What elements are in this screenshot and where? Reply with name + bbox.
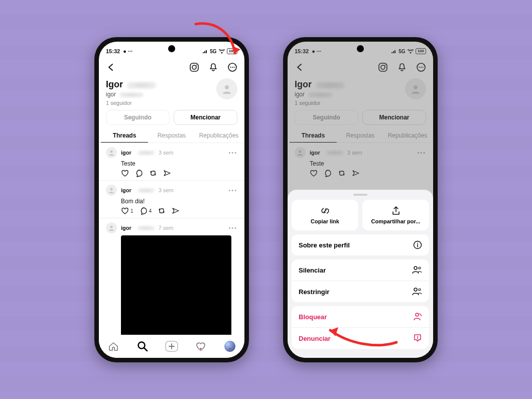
post-avatar[interactable] [106, 222, 117, 233]
block-row[interactable]: Bloquear [292, 306, 429, 327]
post[interactable]: igor 3 sem ••• Bom dia! 1 4 [99, 180, 244, 218]
tab-replies[interactable]: Respostas [148, 128, 195, 143]
redacted-name [127, 82, 156, 89]
more-options-button[interactable] [225, 60, 239, 74]
profile-header: Igor igor 1 seguidor [99, 77, 244, 110]
nav-profile-avatar [224, 341, 235, 352]
user-restrict-icon [412, 287, 422, 296]
action-sheet: Copiar link Compartilhar por... Sobre es… [288, 190, 433, 358]
like-count: 1 [130, 208, 134, 214]
report-label: Denunciar [299, 335, 331, 342]
nav-search[interactable] [136, 339, 150, 353]
user-block-icon [413, 312, 422, 321]
tab-threads[interactable]: Threads [101, 128, 148, 143]
svg-point-25 [419, 267, 421, 269]
phone-right: 15:32 ● ··· 5G 100 [283, 37, 438, 362]
post-avatar[interactable] [106, 147, 117, 158]
post[interactable]: igor 7 sem ••• [99, 218, 244, 343]
profile-badge-dot [229, 348, 231, 349]
info-icon [413, 240, 422, 249]
share-button[interactable] [163, 169, 171, 177]
share-via-label: Compartilhar por... [371, 218, 421, 224]
nav-profile[interactable] [223, 339, 237, 353]
post-user[interactable]: igor [121, 187, 131, 193]
back-button[interactable] [104, 60, 118, 74]
svg-point-6 [233, 67, 234, 68]
post-more-icon[interactable]: ••• [228, 187, 237, 193]
bell-icon[interactable] [206, 60, 220, 74]
feed: igor 3 sem ••• Teste [99, 143, 244, 343]
nav-home[interactable] [106, 339, 120, 353]
like-button[interactable] [121, 169, 129, 177]
post-age: 3 sem [159, 187, 174, 193]
signal-icon [203, 49, 208, 53]
mute-row[interactable]: Silenciar [292, 259, 429, 281]
share-icon [391, 206, 401, 216]
mention-button[interactable]: Mencionar [174, 110, 237, 125]
svg-point-1 [192, 65, 196, 69]
phone-camera-hole [168, 45, 175, 52]
repost-button[interactable] [149, 169, 157, 177]
post-more-icon[interactable]: ••• [228, 225, 237, 231]
phone-camera-hole [357, 45, 364, 52]
svg-point-26 [414, 288, 417, 291]
link-icon [320, 206, 330, 216]
nav-activity[interactable] [194, 339, 208, 353]
nav-compose[interactable] [165, 339, 179, 353]
post-user[interactable]: igor [121, 150, 131, 156]
post-age: 7 sem [159, 225, 174, 231]
profile-avatar[interactable] [216, 78, 237, 99]
share-button[interactable] [172, 207, 180, 215]
like-button[interactable]: 1 [121, 207, 134, 215]
sheet-handle[interactable] [353, 194, 367, 196]
svg-point-5 [232, 67, 233, 68]
report-row[interactable]: Denunciar [292, 327, 429, 349]
svg-point-24 [414, 267, 417, 270]
battery-icon: 100 [227, 48, 237, 54]
redacted-post-user [138, 151, 155, 155]
redacted-post-user [138, 226, 155, 230]
svg-point-8 [110, 151, 113, 153]
status-time: 15:32 [106, 48, 120, 54]
share-via-button[interactable]: Compartilhar por... [362, 200, 429, 230]
comment-count: 4 [149, 208, 152, 214]
activity-badge-dot [200, 348, 202, 349]
post-more-icon[interactable]: ••• [228, 150, 237, 156]
battery-percent: 100 [227, 48, 237, 54]
post-body: Teste [121, 160, 237, 167]
topbar [99, 58, 244, 77]
phone-left: 15:32 ● ··· 5G 100 [94, 37, 249, 362]
svg-point-29 [417, 338, 418, 339]
comment-button[interactable]: 4 [140, 207, 152, 215]
block-label: Bloquear [299, 313, 327, 321]
screen-left: 15:32 ● ··· 5G 100 [99, 42, 244, 358]
post-user[interactable]: igor [121, 225, 131, 231]
following-button[interactable]: Seguindo [106, 110, 170, 125]
post-avatar[interactable] [106, 185, 117, 196]
bottom-navbar [99, 335, 244, 358]
restrict-row[interactable]: Restringir [292, 281, 429, 302]
report-icon [413, 334, 422, 343]
redacted-post-user [138, 188, 155, 193]
svg-point-23 [417, 243, 418, 244]
post-image[interactable] [121, 235, 231, 338]
repost-button[interactable] [158, 207, 166, 215]
about-profile-row[interactable]: Sobre este perfil [292, 234, 429, 255]
instagram-icon[interactable] [187, 60, 201, 74]
svg-rect-0 [190, 63, 198, 71]
post[interactable]: igor 3 sem ••• Teste [99, 143, 244, 180]
svg-point-2 [196, 65, 197, 66]
copy-link-label: Copiar link [311, 218, 339, 224]
status-dots-icon: ● ··· [123, 48, 132, 54]
redacted-handle [119, 92, 144, 97]
svg-point-7 [225, 85, 229, 89]
profile-display-name: Igor [106, 79, 123, 89]
post-body: Bom dia! [121, 198, 237, 205]
restrict-label: Restringir [299, 288, 329, 296]
comment-button[interactable] [135, 169, 143, 177]
svg-point-28 [416, 313, 419, 316]
svg-point-27 [419, 289, 421, 291]
copy-link-button[interactable]: Copiar link [292, 200, 358, 230]
tab-reposts[interactable]: Republicações [195, 128, 242, 143]
network-label: 5G [210, 49, 216, 54]
